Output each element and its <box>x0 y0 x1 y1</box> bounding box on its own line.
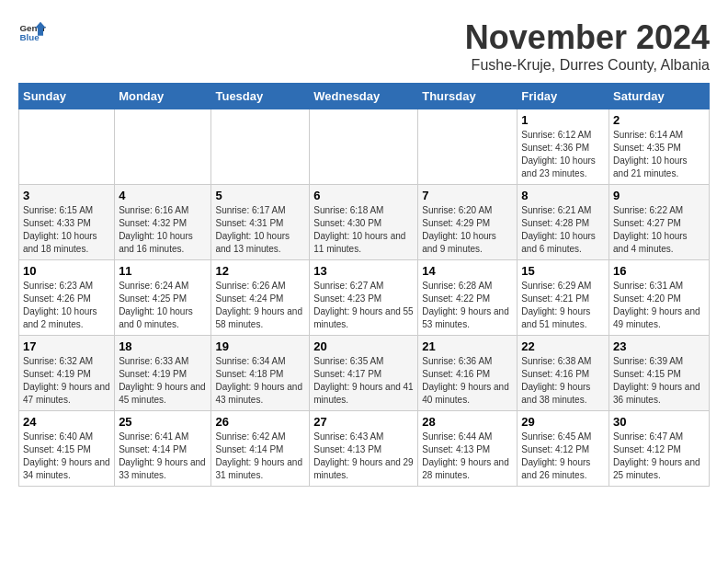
day-number: 19 <box>215 339 305 353</box>
week-row-1: 1Sunrise: 6:12 AM Sunset: 4:36 PM Daylig… <box>19 109 710 185</box>
calendar-cell: 13Sunrise: 6:27 AM Sunset: 4:23 PM Dayli… <box>310 260 418 336</box>
day-number: 4 <box>119 189 207 202</box>
day-info: Sunrise: 6:27 AM Sunset: 4:23 PM Dayligh… <box>313 280 414 331</box>
title-area: November 2024 Fushe-Kruje, Durres County… <box>465 18 710 74</box>
calendar-cell: 27Sunrise: 6:43 AM Sunset: 4:13 PM Dayli… <box>310 411 418 487</box>
day-number: 27 <box>313 415 414 429</box>
day-info: Sunrise: 6:23 AM Sunset: 4:26 PM Dayligh… <box>23 280 110 331</box>
day-info: Sunrise: 6:14 AM Sunset: 4:35 PM Dayligh… <box>613 129 705 180</box>
calendar-cell: 12Sunrise: 6:26 AM Sunset: 4:24 PM Dayli… <box>211 260 310 336</box>
calendar-cell: 9Sunrise: 6:22 AM Sunset: 4:27 PM Daylig… <box>609 185 710 260</box>
day-number: 14 <box>422 264 513 278</box>
header-day-sunday: Sunday <box>19 84 115 109</box>
calendar-cell: 5Sunrise: 6:17 AM Sunset: 4:31 PM Daylig… <box>211 185 310 260</box>
header: General Blue November 2024 Fushe-Kruje, … <box>18 18 710 74</box>
calendar-cell: 20Sunrise: 6:35 AM Sunset: 4:17 PM Dayli… <box>310 336 418 411</box>
day-number: 12 <box>215 264 305 278</box>
main-title: November 2024 <box>465 18 710 57</box>
day-number: 16 <box>613 264 705 278</box>
calendar-cell <box>115 109 211 185</box>
day-info: Sunrise: 6:31 AM Sunset: 4:20 PM Dayligh… <box>613 280 705 331</box>
day-number: 13 <box>313 264 414 278</box>
day-number: 25 <box>119 415 207 429</box>
calendar-cell <box>418 109 518 185</box>
day-info: Sunrise: 6:33 AM Sunset: 4:19 PM Dayligh… <box>119 355 207 407</box>
day-number: 5 <box>215 189 305 202</box>
subtitle: Fushe-Kruje, Durres County, Albania <box>465 57 710 74</box>
calendar-cell: 26Sunrise: 6:42 AM Sunset: 4:14 PM Dayli… <box>211 411 310 487</box>
calendar-cell: 8Sunrise: 6:21 AM Sunset: 4:28 PM Daylig… <box>518 185 609 260</box>
calendar-cell: 1Sunrise: 6:12 AM Sunset: 4:36 PM Daylig… <box>518 109 609 185</box>
day-info: Sunrise: 6:36 AM Sunset: 4:16 PM Dayligh… <box>422 355 513 407</box>
calendar-cell: 28Sunrise: 6:44 AM Sunset: 4:13 PM Dayli… <box>418 411 518 487</box>
calendar-cell <box>19 109 115 185</box>
day-info: Sunrise: 6:28 AM Sunset: 4:22 PM Dayligh… <box>422 280 513 331</box>
calendar-cell: 15Sunrise: 6:29 AM Sunset: 4:21 PM Dayli… <box>518 260 609 336</box>
calendar-cell: 16Sunrise: 6:31 AM Sunset: 4:20 PM Dayli… <box>609 260 710 336</box>
day-info: Sunrise: 6:32 AM Sunset: 4:19 PM Dayligh… <box>23 355 110 407</box>
header-day-wednesday: Wednesday <box>310 84 418 109</box>
calendar-cell: 23Sunrise: 6:39 AM Sunset: 4:15 PM Dayli… <box>609 336 710 411</box>
day-info: Sunrise: 6:24 AM Sunset: 4:25 PM Dayligh… <box>119 280 207 331</box>
week-row-3: 10Sunrise: 6:23 AM Sunset: 4:26 PM Dayli… <box>19 260 710 336</box>
svg-text:Blue: Blue <box>20 32 40 42</box>
day-number: 21 <box>422 339 513 353</box>
day-number: 29 <box>521 415 605 429</box>
day-info: Sunrise: 6:45 AM Sunset: 4:12 PM Dayligh… <box>521 431 605 482</box>
day-info: Sunrise: 6:42 AM Sunset: 4:14 PM Dayligh… <box>215 431 305 482</box>
calendar-body: 1Sunrise: 6:12 AM Sunset: 4:36 PM Daylig… <box>19 109 710 487</box>
day-number: 18 <box>119 339 207 353</box>
day-number: 2 <box>613 113 705 127</box>
day-info: Sunrise: 6:44 AM Sunset: 4:13 PM Dayligh… <box>422 431 513 482</box>
day-info: Sunrise: 6:39 AM Sunset: 4:15 PM Dayligh… <box>613 355 705 407</box>
day-info: Sunrise: 6:15 AM Sunset: 4:33 PM Dayligh… <box>23 204 110 256</box>
day-number: 15 <box>521 264 605 278</box>
day-number: 20 <box>313 339 414 353</box>
day-info: Sunrise: 6:29 AM Sunset: 4:21 PM Dayligh… <box>521 280 605 331</box>
day-info: Sunrise: 6:34 AM Sunset: 4:18 PM Dayligh… <box>215 355 305 407</box>
day-info: Sunrise: 6:38 AM Sunset: 4:16 PM Dayligh… <box>521 355 605 407</box>
day-info: Sunrise: 6:17 AM Sunset: 4:31 PM Dayligh… <box>215 204 305 256</box>
calendar-cell <box>211 109 310 185</box>
calendar-cell: 29Sunrise: 6:45 AM Sunset: 4:12 PM Dayli… <box>518 411 609 487</box>
calendar-cell: 19Sunrise: 6:34 AM Sunset: 4:18 PM Dayli… <box>211 336 310 411</box>
day-info: Sunrise: 6:16 AM Sunset: 4:32 PM Dayligh… <box>119 204 207 256</box>
day-info: Sunrise: 6:43 AM Sunset: 4:13 PM Dayligh… <box>313 431 414 482</box>
day-info: Sunrise: 6:21 AM Sunset: 4:28 PM Dayligh… <box>521 204 605 256</box>
day-info: Sunrise: 6:35 AM Sunset: 4:17 PM Dayligh… <box>313 355 414 407</box>
calendar-cell: 2Sunrise: 6:14 AM Sunset: 4:35 PM Daylig… <box>609 109 710 185</box>
day-number: 6 <box>313 189 414 202</box>
calendar-cell: 7Sunrise: 6:20 AM Sunset: 4:29 PM Daylig… <box>418 185 518 260</box>
calendar-cell: 18Sunrise: 6:33 AM Sunset: 4:19 PM Dayli… <box>115 336 211 411</box>
calendar-cell: 30Sunrise: 6:47 AM Sunset: 4:12 PM Dayli… <box>609 411 710 487</box>
calendar-cell: 25Sunrise: 6:41 AM Sunset: 4:14 PM Dayli… <box>115 411 211 487</box>
logo: General Blue <box>18 18 46 46</box>
day-info: Sunrise: 6:20 AM Sunset: 4:29 PM Dayligh… <box>422 204 513 256</box>
calendar-cell: 3Sunrise: 6:15 AM Sunset: 4:33 PM Daylig… <box>19 185 115 260</box>
calendar-cell: 21Sunrise: 6:36 AM Sunset: 4:16 PM Dayli… <box>418 336 518 411</box>
day-number: 3 <box>23 189 110 202</box>
day-info: Sunrise: 6:18 AM Sunset: 4:30 PM Dayligh… <box>313 204 414 256</box>
header-day-thursday: Thursday <box>418 84 518 109</box>
header-day-monday: Monday <box>115 84 211 109</box>
calendar-cell: 4Sunrise: 6:16 AM Sunset: 4:32 PM Daylig… <box>115 185 211 260</box>
day-number: 1 <box>521 113 605 127</box>
logo-icon: General Blue <box>18 18 46 46</box>
day-info: Sunrise: 6:12 AM Sunset: 4:36 PM Dayligh… <box>521 129 605 180</box>
calendar-header: SundayMondayTuesdayWednesdayThursdayFrid… <box>19 84 710 109</box>
day-number: 10 <box>23 264 110 278</box>
day-number: 8 <box>521 189 605 202</box>
day-number: 26 <box>215 415 305 429</box>
day-info: Sunrise: 6:40 AM Sunset: 4:15 PM Dayligh… <box>23 431 110 482</box>
calendar-cell <box>310 109 418 185</box>
calendar-cell: 22Sunrise: 6:38 AM Sunset: 4:16 PM Dayli… <box>518 336 609 411</box>
header-day-saturday: Saturday <box>609 84 710 109</box>
header-day-friday: Friday <box>518 84 609 109</box>
week-row-2: 3Sunrise: 6:15 AM Sunset: 4:33 PM Daylig… <box>19 185 710 260</box>
day-info: Sunrise: 6:47 AM Sunset: 4:12 PM Dayligh… <box>613 431 705 482</box>
week-row-5: 24Sunrise: 6:40 AM Sunset: 4:15 PM Dayli… <box>19 411 710 487</box>
day-number: 30 <box>613 415 705 429</box>
week-row-4: 17Sunrise: 6:32 AM Sunset: 4:19 PM Dayli… <box>19 336 710 411</box>
day-number: 24 <box>23 415 110 429</box>
calendar-cell: 14Sunrise: 6:28 AM Sunset: 4:22 PM Dayli… <box>418 260 518 336</box>
